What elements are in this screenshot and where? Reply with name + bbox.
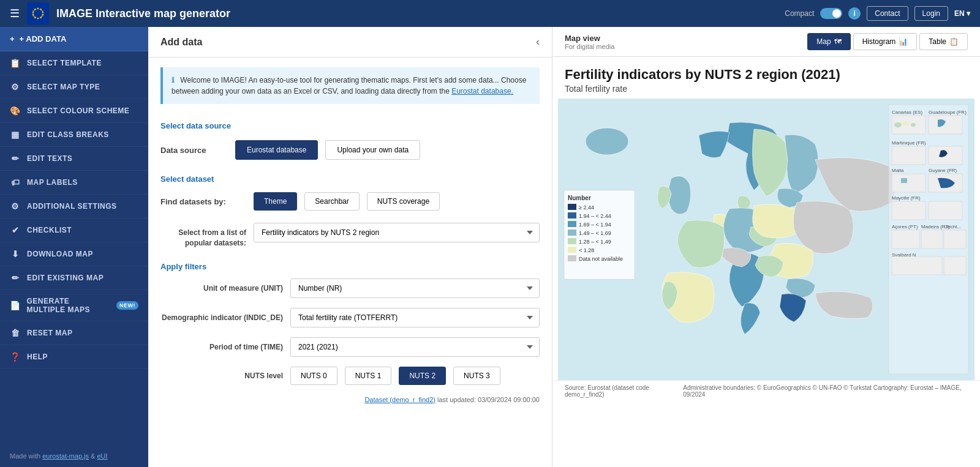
svg-rect-33 [568, 230, 576, 236]
table-tab-icon: 📋 [949, 37, 959, 46]
sidebar-footer: Made with eurostat-map.js & eUI [0, 445, 148, 467]
svg-rect-68 [892, 256, 942, 275]
sidebar-item-edit-class-breaks[interactable]: ▦ EDIT CLASS BREAKS [0, 123, 148, 147]
demographic-indicator-row: Demographic indicator (INDIC_DE) Total f… [148, 303, 552, 332]
svg-rect-61 [892, 230, 919, 248]
upload-own-data-button[interactable]: Upload your own data [325, 140, 420, 160]
colour-scheme-icon: 🎨 [10, 106, 21, 116]
select-dataset-section: Select dataset [148, 170, 552, 186]
admin-text: Administrative boundaries: © EuroGeograp… [683, 384, 968, 398]
add-data-sidebar-button[interactable]: + + ADD DATA [0, 27, 148, 51]
sidebar-item-select-template[interactable]: 📋 SELECT TEMPLATE [0, 51, 148, 75]
svg-text:Liecht...: Liecht... [944, 224, 961, 230]
topbar: ☰ [0, 0, 980, 27]
sidebar-item-checklist[interactable]: ✔ CHECKLIST [0, 219, 148, 242]
select-list-row: Select from a list of popular datasets: … [148, 217, 552, 255]
eurostat-database-link[interactable]: Eurostat database. [451, 87, 513, 95]
sidebar-item-additional-settings[interactable]: ⚙ ADDITIONAL SETTINGS [0, 195, 148, 219]
map-tab-button[interactable]: Map 🗺 [807, 33, 850, 50]
map-title-area: Fertility indicators by NUTS 2 region (2… [552, 57, 980, 99]
europe-map-svg: Number ≥ 2.44 1.94 – < 2.44 1.69 – < 1.9… [552, 99, 980, 380]
nuts-level-row: NUTS level NUTS 0 NUTS 1 NUTS 2 NUTS 3 [148, 362, 552, 390]
svg-text:Malta: Malta [892, 168, 904, 173]
svg-rect-59 [892, 201, 925, 220]
sidebar-item-reset-map[interactable]: 🗑 RESET MAP [0, 321, 148, 345]
svg-rect-31 [568, 221, 576, 227]
sidebar-label-help: HELP [27, 353, 48, 361]
sidebar-label-reset-map: RESET MAP [27, 329, 73, 337]
time-label: Period of time (TIME) [160, 343, 283, 351]
svg-rect-67 [944, 256, 966, 275]
map-source: Source: Eurostat (dataset code demo_r_fi… [552, 380, 980, 402]
svg-text:1.94 – < 2.44: 1.94 – < 2.44 [579, 213, 611, 219]
sidebar-item-download-map[interactable]: ⬇ DOWNLOAD MAP [0, 242, 148, 266]
language-selector[interactable]: EN ▾ [954, 9, 970, 18]
contact-button[interactable]: Contact [867, 6, 908, 21]
panel-collapse-button[interactable]: ‹ [536, 35, 540, 48]
sidebar-item-select-map-type[interactable]: ⚙ SELECT MAP TYPE [0, 75, 148, 99]
app-title: IMAGE Interactive map generator [56, 7, 230, 20]
svg-rect-48 [929, 116, 962, 134]
apply-filters-section: Apply filters [148, 257, 552, 274]
data-source-row: Data source Eurostat database Upload you… [148, 133, 552, 167]
help-icon: ❓ [10, 352, 21, 362]
svg-point-17 [40, 17, 42, 18]
svg-rect-29 [568, 212, 576, 219]
map-labels-icon: 🏷 [10, 177, 21, 187]
compact-toggle[interactable] [820, 8, 842, 19]
dataset-footer: Dataset (demo_r_find2) last updated: 03/… [148, 390, 552, 409]
sidebar-item-edit-existing-map[interactable]: ✏ EDIT EXISTING MAP [0, 266, 148, 290]
map-tab-icon: 🗺 [834, 37, 842, 46]
searchbar-tab-button[interactable]: Searchbar [304, 192, 359, 211]
nuts-1-button[interactable]: NUTS 1 [345, 367, 392, 385]
dataset-dropdown[interactable]: Fertility indicators by NUTS 2 region [254, 223, 540, 242]
sidebar-item-select-colour-scheme[interactable]: 🎨 SELECT COLOUR SCHEME [0, 99, 148, 123]
nuts-2-button[interactable]: NUTS 2 [399, 367, 446, 385]
unit-dropdown[interactable]: Number (NR) [290, 278, 540, 298]
svg-rect-39 [568, 255, 576, 261]
nuts-coverage-tab-button[interactable]: NUTS coverage [367, 192, 440, 211]
table-tab-button[interactable]: Table 📋 [919, 33, 968, 50]
eurostat-map-link[interactable]: eurostat-map.js [42, 452, 89, 460]
sidebar-item-generate-multiple-maps[interactable]: 📄 GENERATE MULTIPLE MAPS NEW! [0, 290, 148, 321]
eui-link[interactable]: eUI [97, 452, 107, 460]
add-data-panel: Add data ‹ ℹ Welcome to IMAGE! An easy-t… [148, 27, 552, 467]
add-data-label: + ADD DATA [20, 34, 67, 43]
info-icon[interactable]: i [848, 7, 861, 20]
find-datasets-row: Find datasets by: Theme Searchbar NUTS c… [148, 186, 552, 217]
theme-tab-button[interactable]: Theme [254, 192, 297, 211]
sidebar-item-edit-texts[interactable]: ✏ EDIT TEXTS [0, 147, 148, 171]
svg-point-24 [586, 128, 628, 155]
svg-point-14 [40, 9, 42, 10]
histogram-tab-button[interactable]: Histogram 📊 [853, 33, 918, 50]
login-button[interactable]: Login [914, 6, 948, 21]
nuts-3-button[interactable]: NUTS 3 [453, 367, 500, 385]
svg-text:1.28 – < 1.49: 1.28 – < 1.49 [579, 239, 611, 245]
unit-label: Unit of measure (UNIT) [160, 284, 283, 293]
eu-flag-logo [27, 2, 49, 24]
topbar-left: ☰ [10, 2, 230, 24]
map-main-title: Fertility indicators by NUTS 2 region (2… [565, 67, 968, 83]
hamburger-icon[interactable]: ☰ [10, 7, 20, 20]
map-header: Map view For digital media Map 🗺 Histogr… [552, 27, 980, 57]
svg-point-44 [894, 122, 902, 127]
sidebar-item-help[interactable]: ❓ HELP [0, 345, 148, 369]
source-text: Source: Eurostat (dataset code demo_r_fi… [565, 384, 683, 398]
svg-point-19 [34, 17, 36, 18]
demographic-dropdown[interactable]: Total fertility rate (TOTFERRT) [290, 308, 540, 327]
svg-text:Guadeloupe (FR): Guadeloupe (FR) [929, 110, 967, 115]
svg-text:Number: Number [568, 195, 591, 201]
data-source-label: Data source [160, 146, 228, 155]
sidebar-label-edit-texts: EDIT TEXTS [27, 154, 72, 163]
time-dropdown[interactable]: 2021 (2021) [290, 337, 540, 357]
edit-existing-map-icon: ✏ [10, 273, 21, 283]
content-area: Add data ‹ ℹ Welcome to IMAGE! An easy-t… [148, 27, 980, 467]
nuts-0-button[interactable]: NUTS 0 [290, 367, 337, 385]
sidebar-label-checklist: CHECKLIST [27, 226, 72, 234]
eurostat-database-button[interactable]: Eurostat database [235, 140, 318, 160]
additional-settings-icon: ⚙ [10, 201, 21, 211]
dataset-link[interactable]: Dataset (demo_r_find2) [364, 396, 435, 403]
map-panel: Map view For digital media Map 🗺 Histogr… [552, 27, 980, 467]
sidebar-item-map-labels[interactable]: 🏷 MAP LABELS [0, 171, 148, 195]
sidebar-label-edit-class-breaks: EDIT CLASS BREAKS [27, 130, 109, 139]
